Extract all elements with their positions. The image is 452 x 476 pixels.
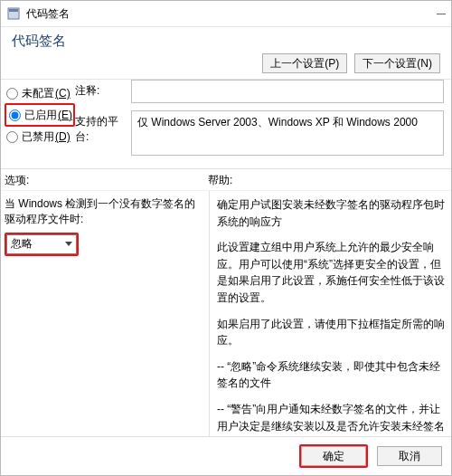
window: 代码签名 代码签名 上一个设置(P) 下一个设置(N) 未配置(C) 已启用(E… bbox=[0, 0, 452, 476]
page-heading: 代码签名 bbox=[1, 27, 451, 50]
titlebar: 代码签名 bbox=[1, 1, 451, 27]
help-panel: 确定用户试图安装未经数字签名的驱动程序包时系统的响应方 此设置建立组中用户系统上… bbox=[209, 191, 451, 436]
comment-input[interactable] bbox=[131, 80, 444, 103]
chevron-down-icon bbox=[65, 242, 72, 247]
main-row: 当 Windows 检测到一个没有数字签名的驱动程序文件时: 忽略 确定用户试图… bbox=[1, 190, 451, 436]
radio-not-configured[interactable]: 未配置(C) bbox=[5, 84, 75, 102]
next-setting-button[interactable]: 下一个设置(N) bbox=[354, 53, 440, 73]
comment-label: 注释: bbox=[75, 80, 131, 99]
form-area: 未配置(C) 已启用(E) 已禁用(D) 注释: 支持的平台: bbox=[1, 80, 451, 168]
prev-setting-button[interactable]: 上一个设置(P) bbox=[262, 53, 347, 73]
midbar: 选项: 帮助: bbox=[1, 168, 451, 190]
fields: 注释: 支持的平台: 仅 Windows Server 2003、Windows… bbox=[75, 80, 451, 163]
nav-buttons: 上一个设置(P) 下一个设置(N) bbox=[1, 50, 451, 79]
footer: 确定 取消 bbox=[1, 436, 451, 475]
cancel-button[interactable]: 取消 bbox=[377, 446, 442, 466]
app-icon bbox=[6, 6, 21, 21]
radio-enabled[interactable]: 已启用(E) bbox=[7, 106, 72, 124]
help-p3: 如果启用了此设置，请使用下拉框指定所需的响应。 bbox=[217, 316, 447, 349]
radio-disabled[interactable]: 已禁用(D) bbox=[5, 128, 75, 146]
platform-label: 支持的平台: bbox=[75, 110, 131, 145]
help-p2: 此设置建立组中用户系统上允许的最少安全响应。用户可以使用“系统”选择更安全的设置… bbox=[217, 239, 447, 306]
platform-value: 仅 Windows Server 2003、Windows XP 和 Windo… bbox=[137, 115, 438, 130]
help-label: 帮助: bbox=[208, 173, 232, 188]
action-dropdown[interactable]: 忽略 bbox=[6, 234, 77, 254]
options-label: 选项: bbox=[5, 173, 208, 188]
help-p4: -- “忽略”命令系统继续安装，即使其中包含未经签名的文件 bbox=[217, 358, 447, 392]
radio-group: 未配置(C) 已启用(E) 已禁用(D) bbox=[5, 80, 75, 163]
window-title: 代码签名 bbox=[26, 6, 70, 22]
content: 代码签名 上一个设置(P) 下一个设置(N) 未配置(C) 已启用(E) 已禁用… bbox=[1, 27, 451, 475]
ok-button[interactable]: 确定 bbox=[301, 446, 366, 466]
minimize-icon[interactable] bbox=[437, 14, 446, 14]
svg-rect-1 bbox=[9, 9, 18, 12]
help-p5: -- “警告”向用户通知未经数字签名的文件，并让用户决定是继续安装以及是否允许安… bbox=[217, 401, 447, 436]
dropdown-value: 忽略 bbox=[11, 236, 33, 252]
help-p1: 确定用户试图安装未经数字签名的驱动程序包时系统的响应方 bbox=[217, 196, 447, 230]
platform-box: 仅 Windows Server 2003、Windows XP 和 Windo… bbox=[131, 110, 444, 156]
options-panel: 当 Windows 检测到一个没有数字签名的驱动程序文件时: 忽略 bbox=[1, 191, 209, 436]
option-instruction: 当 Windows 检测到一个没有数字签名的驱动程序文件时: bbox=[5, 196, 202, 227]
